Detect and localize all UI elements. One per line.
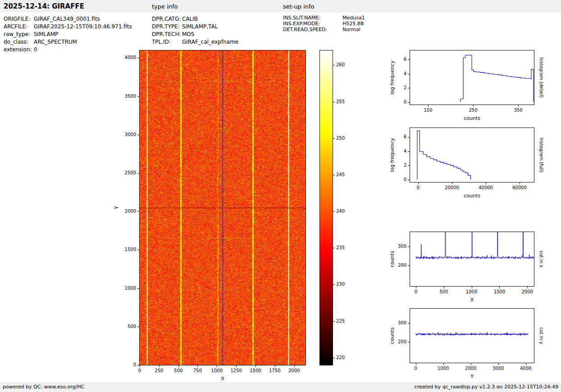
y-tick-label: 0 xyxy=(123,362,136,367)
x-tick-label: 1750 xyxy=(269,368,280,373)
step-curve-svg xyxy=(410,50,534,105)
x-tick-label: 250 xyxy=(469,108,477,113)
y-tick-label: 0 xyxy=(393,100,406,105)
x-tick-label: 1000 xyxy=(211,368,223,373)
x-tick-label: 150 xyxy=(424,108,432,113)
tick-mark xyxy=(408,74,410,74)
tick-mark xyxy=(408,59,410,60)
data-line xyxy=(417,131,471,179)
info-row: do_class:ARC_SPECTRUM xyxy=(4,38,132,46)
info-row: DPR.TECH:MOS xyxy=(152,31,238,38)
info-label: raw_type: xyxy=(4,31,34,38)
tick-mark xyxy=(333,175,335,175)
header-band: 2025-12-14: GIRAFFE type info set-up inf… xyxy=(0,0,561,13)
x-tick-label: 1000 xyxy=(466,289,477,294)
tick-mark xyxy=(416,287,416,288)
x-tick-label: 1500 xyxy=(250,368,261,373)
info-row: raw_type:SIMLAMP xyxy=(4,31,132,38)
tick-mark xyxy=(275,365,275,367)
x-tick-label: 250 xyxy=(155,368,163,373)
tick-mark xyxy=(498,363,499,365)
x-axis-label: counts xyxy=(464,115,480,121)
tick-mark xyxy=(408,323,410,324)
y-tick-label: 4000 xyxy=(123,55,136,60)
colorbar-tick-label: 230 xyxy=(336,282,345,287)
x-tick-label: 0 xyxy=(415,289,417,294)
x-tick-label: 2000 xyxy=(465,366,476,371)
info-row: extension:0 xyxy=(4,46,132,54)
page-title: 2025-12-14: GIRAFFE xyxy=(4,2,84,10)
info-value: 0 xyxy=(34,46,37,53)
tick-mark xyxy=(527,287,528,288)
step-curve-svg xyxy=(410,128,534,182)
data-line xyxy=(416,232,534,259)
tick-mark xyxy=(499,287,500,288)
tick-mark xyxy=(255,365,256,367)
x-tick-label: 1500 xyxy=(494,289,505,294)
tick-mark xyxy=(197,365,198,367)
y-tick-label: 4 xyxy=(393,71,406,76)
tick-mark xyxy=(520,182,520,184)
tick-mark xyxy=(217,365,217,367)
x-tick-label: 2000 xyxy=(521,289,533,294)
tick-mark xyxy=(416,363,416,365)
colorbar-tick-label: 250 xyxy=(336,136,345,141)
info-row: ARCFILE:GIRAF.2025-12-15T09:10:46.971.fi… xyxy=(4,23,132,31)
tick-mark xyxy=(137,365,139,365)
info-value: GIRAF_cal_expfname xyxy=(182,39,238,45)
x-tick-label: 4000 xyxy=(520,366,531,371)
info-value: GIRAF.2025-12-15T09:10:46.971.fits xyxy=(34,23,132,30)
tick-mark xyxy=(408,165,410,166)
cut-curve-svg xyxy=(410,232,534,286)
tick-mark xyxy=(408,151,410,152)
tick-mark xyxy=(137,96,139,97)
info-label: DPR.TECH: xyxy=(152,31,182,38)
info-label: ARCFILE: xyxy=(4,23,34,31)
info-value: H525.8B xyxy=(342,21,364,27)
tick-mark xyxy=(443,363,444,365)
tick-mark xyxy=(333,211,335,212)
tick-mark xyxy=(137,211,139,212)
info-value: SIMLAMP xyxy=(34,31,58,37)
tick-mark xyxy=(178,365,179,367)
tick-mark xyxy=(137,135,139,135)
colorbar-tick-label: 240 xyxy=(336,209,345,214)
tick-mark xyxy=(333,321,335,322)
x-axis-label: Y xyxy=(470,374,474,379)
info-label: DET.READ.SPEED: xyxy=(283,27,342,32)
tick-mark xyxy=(408,246,410,247)
y-tick-label: 3000 xyxy=(123,132,136,137)
info-label: DPR.TYPE: xyxy=(152,23,182,31)
info-row: DPR.TYPE:SIMLAMP,TAL xyxy=(152,23,238,31)
info-label: ORIGFILE: xyxy=(4,15,34,23)
tick-mark xyxy=(333,248,335,248)
info-value: ARC_SPECTRUM xyxy=(34,39,77,45)
x-tick-label: 750 xyxy=(193,368,202,373)
tick-mark xyxy=(333,284,335,285)
tick-mark xyxy=(444,287,444,288)
y-tick-label: 0 xyxy=(393,177,406,182)
y-tick-label: 6 xyxy=(393,57,406,62)
x-tick-label: 0 xyxy=(414,366,417,371)
tick-mark xyxy=(473,105,474,107)
setup-info-block: INS.SLIT.NAME:Medusa1 INS.EXP.MODE:H525.… xyxy=(283,15,365,32)
info-label: INS.EXP.MODE: xyxy=(283,21,342,27)
tick-mark xyxy=(333,102,335,102)
tick-mark xyxy=(526,363,526,365)
y-tick-label: 200 xyxy=(393,339,406,344)
x-tick-label: 1000 xyxy=(438,366,449,371)
info-value: GIRAF_CAL349_0001.fits xyxy=(34,16,100,22)
tick-mark xyxy=(408,265,410,266)
x-tick-label: 350 xyxy=(514,108,522,113)
y-tick-label: 2500 xyxy=(123,170,136,175)
y-tick-label: 2000 xyxy=(123,209,136,214)
data-line xyxy=(461,55,534,102)
tick-mark xyxy=(140,365,140,367)
x-tick-label: 0 xyxy=(417,185,420,190)
y-tick-label: 1000 xyxy=(123,286,136,291)
footer-created: created by qc_rawdisp.py v1.2.3 on 2025-… xyxy=(414,382,558,392)
tick-mark xyxy=(408,88,410,88)
info-label: extension: xyxy=(4,46,34,54)
x-tick-label: 3000 xyxy=(493,366,504,371)
y-tick-label: 200 xyxy=(393,263,406,268)
